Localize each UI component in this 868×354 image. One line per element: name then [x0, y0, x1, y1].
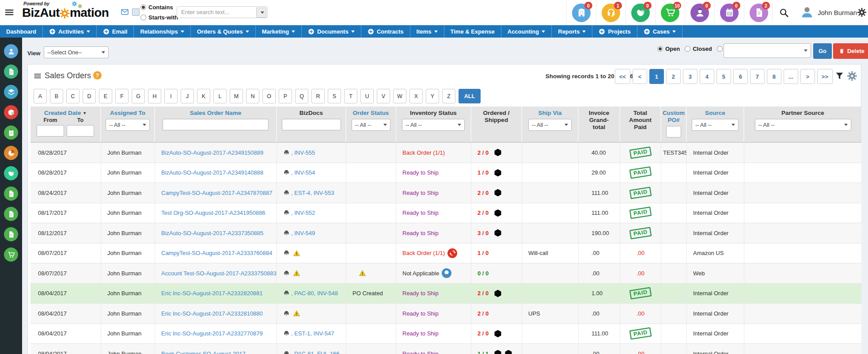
alphabet-filter-button[interactable]: F — [115, 89, 129, 103]
nav-item-relationships[interactable]: Relationships — [134, 25, 190, 38]
bizdoc-printer-icon[interactable] — [283, 230, 290, 236]
plus-circle-icon[interactable] — [308, 28, 315, 35]
alphabet-filter-button[interactable]: D — [83, 89, 96, 103]
sales-order-link[interactable]: BizAuto-SO-August-2017-A2349140888 — [161, 169, 263, 176]
user-avatar-icon[interactable] — [800, 6, 814, 19]
sales-order-link[interactable]: Eric Inc-SO-August-2017-A2332810880 — [161, 310, 263, 317]
nav-item-orders-quotes[interactable]: Orders & Quotes — [191, 25, 256, 38]
alphabet-filter-button[interactable]: A — [34, 89, 47, 103]
package-box-icon[interactable] — [493, 188, 502, 197]
delete-button[interactable]: Delete — [833, 43, 868, 59]
alphabet-filter-button[interactable]: M — [230, 89, 243, 103]
sales-order-link[interactable]: Account Test-SO-August-2017-A2333750883 — [161, 270, 277, 277]
package-box-icon[interactable] — [493, 168, 502, 177]
bizdoc-links[interactable]: , EST-1, INV-547 — [291, 330, 334, 337]
alphabet-filter-button[interactable]: I — [164, 89, 178, 103]
alphabet-filter-button[interactable]: N — [246, 89, 259, 103]
nav-item-reports[interactable]: Reports — [552, 25, 592, 38]
alphabet-filter-button[interactable]: V — [377, 89, 390, 103]
page-button[interactable]: 2 — [666, 69, 681, 84]
filter-source-select[interactable]: -- All -- — [692, 119, 739, 131]
col-header-source[interactable]: Source — [705, 110, 725, 117]
grid-settings-gear-icon[interactable] — [847, 71, 857, 81]
radio-open[interactable]: Open — [657, 45, 680, 53]
sales-order-link[interactable]: Test Org-SO-August-2017-A2341950886 — [161, 209, 265, 216]
sidebar-purchases-icon[interactable] — [4, 247, 18, 262]
col-header-created-date[interactable]: Created Date — [44, 110, 81, 117]
bizdoc-links[interactable]: , PAC-81, FUL-166, — [291, 350, 341, 354]
col-header-custom-po[interactable]: Custom PO# — [662, 110, 685, 124]
page-button[interactable]: ... — [784, 69, 798, 84]
filter-funnel-icon[interactable] — [835, 71, 844, 80]
nav-item-projects[interactable]: Projects — [592, 25, 637, 38]
page-button[interactable]: 7 — [750, 69, 765, 84]
nav-item-email[interactable]: Email — [97, 25, 134, 38]
alphabet-filter-button[interactable]: J — [181, 89, 194, 103]
alphabet-filter-button[interactable]: ALL — [459, 89, 481, 103]
filter-created-to-input[interactable] — [67, 125, 94, 137]
support-headset-icon[interactable]: 1 — [596, 0, 625, 25]
bizdoc-printer-icon[interactable] — [283, 169, 290, 176]
bizdoc-printer-icon[interactable] — [283, 209, 290, 216]
col-header-ship-via[interactable]: Ship Via — [538, 110, 561, 117]
plus-circle-icon[interactable] — [103, 28, 110, 35]
package-box-icon[interactable] — [493, 148, 502, 157]
sidebar-reports-icon[interactable] — [4, 146, 18, 160]
nav-item-cases[interactable]: Cases — [637, 25, 682, 38]
bizdoc-links[interactable]: , INV-555 — [291, 149, 315, 156]
bizdoc-links[interactable]: , INV-554 — [291, 169, 315, 176]
filter-partner-source-select[interactable]: -- All -- — [755, 119, 851, 131]
nav-item-activities[interactable]: Activities — [43, 25, 97, 38]
filter-ship-via-select[interactable]: -- All -- — [528, 119, 572, 131]
alphabet-filter-button[interactable]: O — [262, 89, 276, 103]
calendar-icon[interactable]: 0 — [714, 0, 744, 25]
alphabet-filter-button[interactable]: K — [197, 89, 210, 103]
page-button[interactable]: 4 — [700, 69, 714, 84]
global-search-input[interactable] — [177, 6, 268, 18]
sidebar-sales-orders-icon[interactable] — [4, 227, 18, 241]
package-box-icon[interactable] — [493, 228, 502, 237]
nav-item-time-expense[interactable]: Time & Expense — [444, 25, 501, 38]
alphabet-filter-button[interactable]: H — [148, 89, 161, 103]
sales-order-link[interactable]: BizAuto-SO-August-2017-A2337350885 — [161, 230, 263, 236]
sales-order-link[interactable]: Eric Inc-SO-August-2017-A2332820881 — [161, 290, 263, 297]
page-button[interactable]: 8 — [767, 69, 781, 84]
bizdoc-links[interactable]: , EST-4, INV-553 — [291, 190, 334, 196]
bizdoc-printer-icon[interactable] — [283, 250, 290, 256]
filter-custom-po-input[interactable] — [666, 126, 681, 137]
page-button[interactable]: 3 — [683, 69, 697, 84]
sales-order-link[interactable]: CampyTest-SO-August-2017-A2333760884 — [161, 250, 272, 256]
alphabet-filter-button[interactable]: G — [132, 89, 145, 103]
saved-search-select[interactable] — [724, 43, 811, 58]
package-box-icon[interactable] — [493, 349, 502, 354]
bizdoc-links[interactable]: , INV-549 — [291, 230, 315, 236]
filter-assigned-to-select[interactable]: -- All -- — [106, 119, 150, 131]
sales-order-link[interactable]: BizAuto-SO-August-2017-A2349150889 — [161, 149, 263, 156]
bizdoc-printer-icon[interactable] — [283, 270, 290, 277]
page-button[interactable]: 6 — [733, 69, 748, 84]
go-button[interactable]: Go — [813, 43, 832, 59]
search-option-checkbox[interactable] — [132, 8, 140, 16]
plus-circle-icon[interactable] — [368, 28, 374, 35]
filter-inventory-status-select[interactable]: -- All -- — [402, 119, 465, 131]
nav-item-documents[interactable]: Documents — [302, 25, 361, 38]
zoom-search-icon[interactable] — [779, 8, 789, 18]
sales-order-link[interactable]: Book Customer-SO-August-2017- — [161, 350, 247, 354]
user-name[interactable]: John Burman — [818, 9, 857, 16]
alphabet-filter-button[interactable]: U — [360, 89, 374, 103]
page-button[interactable]: 5 — [716, 69, 731, 84]
bizdoc-links[interactable]: , INV-552 — [291, 209, 315, 216]
hamburger-menu-icon[interactable] — [4, 8, 15, 17]
package-box-icon[interactable] — [493, 329, 502, 338]
nav-item-dashboard[interactable]: Dashboard — [0, 25, 43, 38]
sidebar-contacts-icon[interactable] — [4, 44, 18, 58]
sidebar-estimates-icon[interactable] — [4, 207, 18, 221]
sidebar-documents-icon[interactable] — [4, 65, 18, 79]
bizdoc-printer-icon[interactable] — [283, 149, 290, 156]
alphabet-filter-button[interactable]: R — [311, 89, 325, 103]
plus-circle-icon[interactable] — [599, 28, 605, 35]
documents-icon[interactable]: 2 — [744, 0, 773, 25]
filter-created-from-input[interactable] — [37, 125, 64, 137]
col-header-order-status[interactable]: Order Status — [353, 110, 389, 117]
alphabet-filter-button[interactable]: E — [99, 89, 112, 103]
